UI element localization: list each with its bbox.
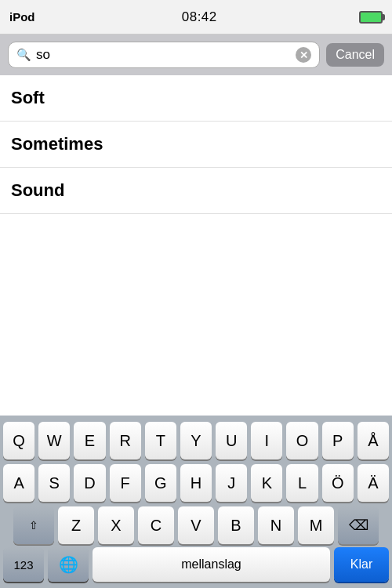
- result-item[interactable]: Soft: [0, 75, 392, 122]
- key-aa[interactable]: Å: [358, 422, 389, 459]
- keyboard: Q W E R T Y U I O P Å A S D F G H J K L …: [0, 416, 392, 588]
- clear-button[interactable]: ✕: [296, 47, 311, 63]
- keyboard-bottom-row: 123 🌐 mellanslag Klar: [0, 547, 392, 588]
- key-b[interactable]: B: [218, 506, 254, 544]
- key-e[interactable]: E: [74, 422, 105, 459]
- search-icon: 🔍: [16, 48, 31, 62]
- key-w[interactable]: W: [38, 422, 70, 459]
- numbers-key[interactable]: 123: [3, 547, 44, 582]
- delete-key[interactable]: ⌫: [338, 506, 379, 544]
- key-row-2: A S D F G H J K L Ö Ä: [3, 464, 389, 502]
- keyboard-rows: Q W E R T Y U I O P Å A S D F G H J K L …: [0, 416, 392, 547]
- key-f[interactable]: F: [110, 464, 141, 502]
- result-item[interactable]: Sometimes: [0, 122, 392, 168]
- key-s[interactable]: S: [38, 464, 70, 502]
- return-label: Klar: [350, 557, 372, 572]
- search-input[interactable]: [36, 47, 291, 63]
- key-c[interactable]: C: [138, 506, 174, 544]
- space-key[interactable]: mellanslag: [93, 547, 330, 582]
- key-i[interactable]: I: [251, 422, 282, 459]
- key-ae[interactable]: Ä: [358, 464, 389, 502]
- key-n[interactable]: N: [258, 506, 294, 544]
- key-row-1: Q W E R T Y U I O P Å: [3, 422, 389, 459]
- cancel-button[interactable]: Cancel: [326, 43, 384, 67]
- globe-icon: 🌐: [59, 555, 78, 574]
- status-left: iPod: [9, 10, 40, 24]
- key-l[interactable]: L: [286, 464, 318, 502]
- key-g[interactable]: G: [145, 464, 176, 502]
- search-input-wrapper: 🔍 ✕: [8, 42, 320, 68]
- key-v[interactable]: V: [178, 506, 214, 544]
- search-bar: 🔍 ✕ Cancel: [0, 34, 392, 75]
- key-x[interactable]: X: [98, 506, 134, 544]
- battery-icon: [359, 11, 383, 24]
- key-z[interactable]: Z: [58, 506, 94, 544]
- key-u[interactable]: U: [216, 422, 247, 459]
- status-bar: iPod 08:42: [0, 0, 392, 34]
- result-item[interactable]: Sound: [0, 168, 392, 214]
- space-label: mellanslag: [181, 557, 241, 572]
- results-list: Soft Sometimes Sound: [0, 75, 392, 214]
- key-a[interactable]: A: [3, 464, 34, 502]
- status-time: 08:42: [182, 9, 217, 25]
- key-h[interactable]: H: [180, 464, 212, 502]
- spacer: [0, 214, 392, 347]
- key-m[interactable]: M: [298, 506, 334, 544]
- key-p[interactable]: P: [322, 422, 354, 459]
- return-key[interactable]: Klar: [334, 547, 389, 582]
- key-oe[interactable]: Ö: [322, 464, 354, 502]
- key-r[interactable]: R: [110, 422, 141, 459]
- key-k[interactable]: K: [251, 464, 282, 502]
- key-j[interactable]: J: [216, 464, 247, 502]
- key-row-3: ⇧ Z X C V B N M ⌫: [3, 506, 389, 544]
- numbers-label: 123: [13, 558, 33, 572]
- key-y[interactable]: Y: [180, 422, 212, 459]
- shift-key[interactable]: ⇧: [13, 506, 54, 544]
- globe-key[interactable]: 🌐: [48, 547, 89, 582]
- key-d[interactable]: D: [74, 464, 105, 502]
- key-o[interactable]: O: [286, 422, 318, 459]
- device-label: iPod: [9, 10, 35, 24]
- key-q[interactable]: Q: [3, 422, 34, 459]
- key-t[interactable]: T: [145, 422, 176, 459]
- status-right: [359, 11, 383, 24]
